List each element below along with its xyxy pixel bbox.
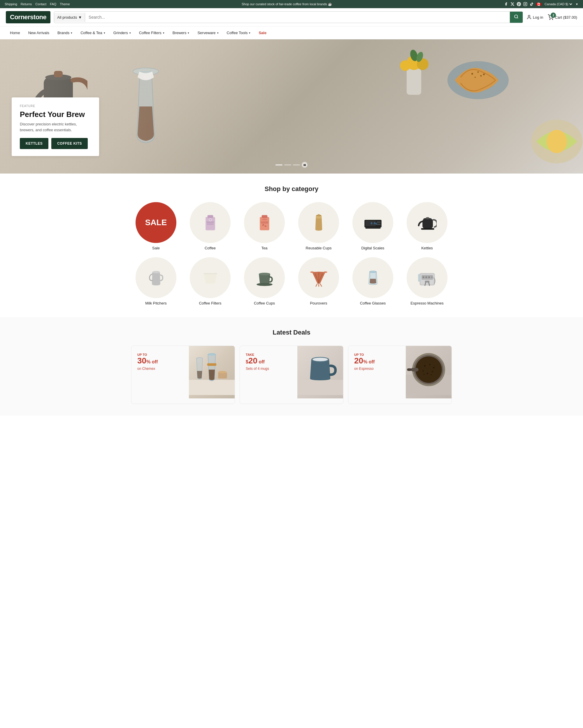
hero-banner: FEATURE Perfect Your Brew Discover preci… — [0, 40, 583, 174]
deal-mugs-discount: TAKE $20 off — [246, 353, 292, 365]
category-label-tea: Tea — [261, 246, 268, 250]
header: Cornerstone All products ▼ Log in 2 Cart… — [0, 8, 583, 27]
category-coffee-filters[interactable]: Coffee Filters — [186, 257, 235, 305]
svg-point-77 — [218, 371, 227, 374]
coffee-kits-button[interactable]: COFFEE KITS — [51, 138, 88, 149]
header-actions: Log in 2 Cart ($37.00) — [526, 14, 577, 20]
kettles-button[interactable]: KETTLES — [20, 138, 48, 149]
nav-home[interactable]: Home — [6, 27, 24, 39]
top-bar: Shipping Returns Contact FAQ Theme Shop … — [0, 0, 583, 8]
svg-point-92 — [431, 374, 432, 375]
category-reusable-cups[interactable]: Reusable Cups — [294, 202, 343, 250]
svg-text:0.0g: 0.0g — [370, 222, 377, 225]
instagram-icon[interactable] — [523, 2, 528, 6]
nav-coffee-tea[interactable]: Coffee & Tea ▾ — [76, 27, 109, 39]
hero-dot-2[interactable] — [284, 164, 291, 165]
svg-rect-74 — [207, 363, 216, 366]
svg-point-90 — [422, 370, 423, 371]
deal-espresso[interactable]: UP TO 20% off on Espresso — [348, 346, 452, 404]
twitter-x-icon[interactable] — [510, 2, 515, 6]
category-milk-pitchers[interactable]: Milk Pitchers — [131, 257, 181, 305]
category-sale[interactable]: SALE Sale — [131, 202, 181, 250]
nav-brewers[interactable]: Brewers ▾ — [168, 27, 194, 39]
nav-new-arrivals[interactable]: New Arrivals — [24, 27, 53, 39]
country-selector[interactable]: Canada (CAD $) — [543, 2, 573, 6]
svg-rect-78 — [297, 380, 343, 395]
hero-dot-1[interactable] — [275, 164, 282, 165]
category-digital-scales[interactable]: 0.0g Digital Scales — [348, 202, 397, 250]
deal-espresso-subtitle: on Espresso — [354, 367, 400, 371]
svg-point-39 — [261, 218, 267, 220]
svg-point-3 — [515, 15, 518, 18]
latest-deals-title: Latest Deals — [6, 329, 577, 336]
svg-point-86 — [429, 364, 431, 365]
svg-point-61 — [310, 271, 314, 273]
category-circle-kettles — [407, 202, 447, 243]
category-label-digital-scales: Digital Scales — [361, 246, 385, 250]
hero-dot-3[interactable] — [293, 164, 300, 165]
nav-grinders[interactable]: Grinders ▾ — [109, 27, 135, 39]
category-espresso-machines[interactable]: Espresso Machines — [402, 257, 452, 305]
facebook-icon[interactable] — [504, 2, 508, 6]
shipping-link[interactable]: Shipping — [5, 2, 17, 6]
svg-line-4 — [517, 18, 518, 18]
nav-sale[interactable]: Sale — [254, 27, 271, 39]
deal-chemex-image — [189, 346, 235, 398]
deal-chemex-subtitle: on Chemex — [137, 367, 183, 371]
chevron-down-icon: ▾ — [217, 31, 219, 34]
search-input[interactable] — [85, 12, 510, 22]
svg-point-57 — [259, 272, 270, 275]
announcement-bar: Shop our curated stock of fair-trade cof… — [70, 2, 504, 6]
category-label-coffee-glasses: Coffee Glasses — [360, 301, 386, 305]
search-category-dropdown[interactable]: All products ▼ — [54, 13, 85, 22]
nav-serveware[interactable]: Serveware ▾ — [193, 27, 222, 39]
search-button[interactable] — [510, 12, 523, 23]
category-circle-milk-pitchers — [136, 257, 176, 298]
svg-point-69 — [428, 276, 430, 278]
svg-rect-72 — [418, 274, 420, 282]
category-kettles[interactable]: Kettles — [402, 202, 452, 250]
category-label-coffee-filters: Coffee Filters — [199, 301, 221, 305]
logo[interactable]: Cornerstone — [6, 11, 50, 23]
category-pourovers[interactable]: Pourovers — [294, 257, 343, 305]
nav-coffee-filters[interactable]: Coffee Filters ▾ — [135, 27, 168, 39]
pinterest-icon[interactable] — [517, 2, 521, 6]
theme-link[interactable]: Theme — [60, 2, 70, 6]
deal-chemex-discount: UP TO 30% off — [137, 353, 183, 365]
category-circle-coffee-filters — [190, 257, 230, 298]
espresso-machine-icon — [418, 268, 437, 287]
category-label-coffee: Coffee — [205, 246, 216, 250]
cart-link[interactable]: 2 Cart ($37.00) — [548, 14, 577, 20]
deal-chemex[interactable]: UP TO 30% off on Chemex — [131, 346, 235, 404]
deal-mugs-text: TAKE $20 off Sets of 4 mugs — [240, 346, 297, 398]
category-coffee-cups[interactable]: Coffee Cups — [240, 257, 289, 305]
deal-mugs-image — [297, 346, 343, 398]
nav-brands[interactable]: Brands ▾ — [53, 27, 76, 39]
category-label-reusable-cups: Reusable Cups — [306, 246, 332, 250]
deal-mugs[interactable]: TAKE $20 off Sets of 4 mugs — [240, 346, 343, 404]
tiktok-icon[interactable] — [529, 2, 534, 6]
chevron-down-icon: ▼ — [576, 3, 578, 6]
search-bar: All products ▼ — [54, 11, 523, 23]
faq-link[interactable]: FAQ — [50, 2, 56, 6]
svg-point-67 — [422, 276, 424, 278]
category-coffee[interactable]: M Coffee — [186, 202, 235, 250]
nav-coffee-tools[interactable]: Coffee Tools ▾ — [223, 27, 255, 39]
hero-pause-button[interactable]: ▮▮ — [302, 162, 308, 168]
svg-point-1 — [525, 3, 526, 5]
login-link[interactable]: Log in — [526, 15, 543, 20]
category-tea[interactable]: Tea — [240, 202, 289, 250]
deal-espresso-image — [406, 346, 451, 398]
svg-rect-50 — [365, 227, 381, 228]
category-label-espresso-machines: Espresso Machines — [411, 301, 443, 305]
category-circle-coffee-glasses — [353, 257, 393, 298]
deal-espresso-text: UP TO 20% off on Espresso — [348, 346, 406, 398]
category-circle-tea — [244, 202, 285, 243]
chevron-down-icon: ▼ — [78, 15, 82, 20]
returns-link[interactable]: Returns — [21, 2, 32, 6]
latest-deals-section: Latest Deals UP TO 30% off on Chemex — [0, 317, 583, 416]
category-circle-coffee: M — [190, 202, 230, 243]
category-coffee-glasses[interactable]: Coffee Glasses — [348, 257, 397, 305]
contact-link[interactable]: Contact — [35, 2, 46, 6]
categories-row-2: Milk Pitchers Coffee Filters — [131, 257, 452, 305]
